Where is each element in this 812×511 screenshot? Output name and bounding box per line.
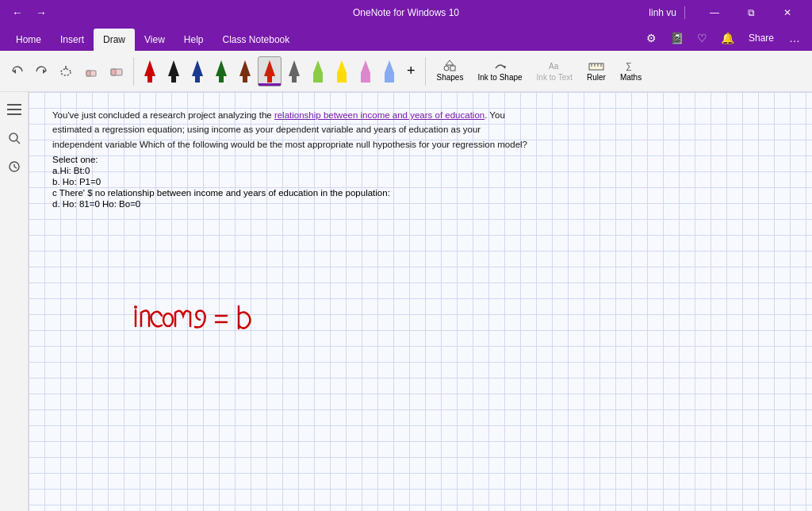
pen-black[interactable] [163, 56, 185, 86]
search-ribbon-icon[interactable]: ♡ [691, 29, 714, 48]
svg-marker-13 [264, 60, 275, 83]
highlighter-pink[interactable] [354, 56, 377, 86]
separator-1 [133, 57, 134, 86]
ink-to-shape-label: Ink to Shape [477, 73, 522, 82]
sidebar-search-button[interactable] [3, 127, 25, 149]
svg-line-34 [17, 140, 20, 144]
svg-rect-5 [86, 71, 90, 76]
tab-help[interactable]: Help [174, 29, 213, 51]
svg-text:Aa: Aa [549, 62, 559, 71]
question-paragraph: You've just concluded a research project… [52, 108, 528, 152]
restore-button[interactable]: ⧉ [733, 0, 769, 25]
option-d: d. Ho: 81=0 Ho: Bo=0 [52, 199, 788, 209]
svg-point-39 [163, 313, 173, 326]
sidebar-recent-button[interactable] [3, 156, 25, 178]
sidebar-menu-button[interactable] [3, 98, 25, 121]
bell-icon[interactable]: 🔔 [717, 29, 739, 48]
svg-marker-21 [446, 60, 454, 65]
undo-button[interactable] [6, 56, 29, 86]
svg-marker-17 [361, 60, 370, 83]
svg-point-33 [10, 133, 17, 141]
eraser-large-button[interactable] [105, 56, 128, 86]
pen-dark-blue[interactable] [186, 56, 209, 86]
option-a: a.Hi: Bt:0 [52, 166, 788, 175]
handwriting-drawing [132, 298, 306, 342]
add-pen-button[interactable]: + [402, 56, 420, 86]
select-one-label: Select one: [52, 155, 788, 164]
svg-marker-11 [216, 60, 227, 83]
svg-rect-31 [7, 109, 21, 110]
svg-marker-15 [313, 60, 323, 83]
svg-rect-7 [111, 69, 116, 75]
eraser-small-button[interactable] [79, 56, 103, 86]
user-name: linh vu [649, 7, 676, 18]
ink-to-text-label: Ink to Text [537, 73, 573, 82]
tab-view[interactable]: View [135, 29, 174, 51]
svg-rect-20 [450, 66, 455, 71]
svg-line-37 [14, 167, 17, 168]
highlighter-yellow[interactable] [331, 56, 353, 86]
svg-text:∑: ∑ [626, 61, 632, 71]
tab-insert[interactable]: Insert [51, 29, 94, 51]
close-button[interactable]: ✕ [769, 0, 806, 25]
svg-marker-12 [239, 60, 251, 83]
underlined-text: relationship between income and years of… [274, 110, 485, 120]
pen-red[interactable] [139, 56, 161, 86]
maths-label: Maths [620, 73, 642, 82]
forward-button[interactable]: → [30, 2, 52, 24]
share-button[interactable]: Share [742, 29, 780, 48]
pen-gray[interactable] [283, 56, 305, 86]
ink-to-text-button[interactable]: Aa Ink to Text [530, 56, 579, 86]
tab-home[interactable]: Home [6, 29, 51, 51]
tab-class-notebook[interactable]: Class Notebook [213, 29, 300, 51]
lasso-button[interactable] [54, 56, 78, 86]
redo-button[interactable] [30, 56, 52, 86]
svg-rect-32 [7, 113, 21, 115]
separator-2 [425, 57, 426, 86]
svg-marker-18 [385, 60, 394, 83]
option-c: c There' $ no relationship between incom… [52, 188, 788, 198]
shapes-label: Shapes [437, 73, 464, 82]
pen-green[interactable] [210, 56, 232, 86]
svg-point-2 [61, 69, 71, 75]
ruler-label: Ruler [587, 73, 606, 82]
ink-to-shape-button[interactable]: Ink to Shape [471, 56, 528, 86]
paragraph-start: You've just concluded a research project… [52, 110, 274, 120]
pen-red-active[interactable] [258, 56, 282, 86]
minimize-button[interactable]: — [696, 0, 733, 25]
title-bar: ← → OneNote for Windows 10 linh vu — ⧉ ✕ [0, 0, 812, 25]
main-content: You've just concluded a research project… [29, 92, 812, 511]
ruler-button[interactable]: Ruler [580, 56, 612, 86]
highlighter-green[interactable] [307, 56, 329, 86]
tab-draw[interactable]: Draw [94, 29, 135, 51]
maths-button[interactable]: ∑ Maths [614, 56, 648, 86]
more-icon[interactable]: … [783, 29, 806, 48]
svg-marker-10 [192, 60, 203, 83]
shapes-button[interactable]: Shapes [431, 56, 470, 86]
svg-marker-16 [337, 60, 347, 83]
svg-marker-9 [168, 60, 179, 83]
settings-icon[interactable]: ⚙ [641, 29, 663, 48]
svg-rect-30 [7, 104, 21, 106]
svg-point-38 [134, 305, 137, 309]
app-title: OneNote for Windows 10 [353, 7, 459, 18]
back-button[interactable]: ← [6, 2, 29, 24]
sidebar [0, 92, 29, 511]
notebook-icon[interactable]: 📓 [666, 29, 688, 48]
pen-brown[interactable] [234, 56, 256, 86]
ribbon-tabs: Home Insert Draw View Help Class Noteboo… [0, 25, 812, 51]
highlighter-blue[interactable] [378, 56, 400, 86]
svg-point-19 [444, 66, 449, 71]
toolbar: + Shapes Ink to Shape Aa Ink to Text Rul… [0, 51, 812, 92]
svg-marker-14 [289, 60, 300, 83]
option-b: b. Ho: P1=0 [52, 177, 788, 186]
svg-marker-8 [144, 60, 155, 83]
canvas-area[interactable]: You've just concluded a research project… [29, 92, 812, 511]
